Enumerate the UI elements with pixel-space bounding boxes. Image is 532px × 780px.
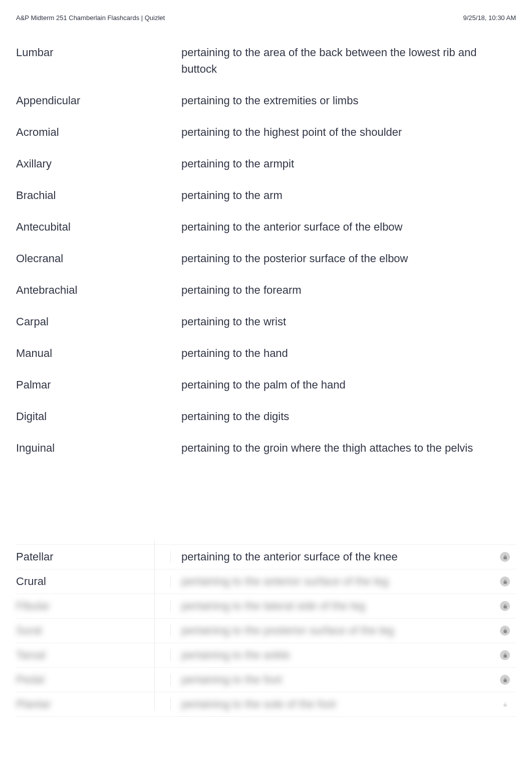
locked-flashcard-row[interactable]: Tarsal pertaining to the ankle xyxy=(16,643,516,668)
flashcard-row: Acromial pertaining to the highest point… xyxy=(16,116,516,148)
lock-icon[interactable] xyxy=(500,675,510,685)
divider xyxy=(170,551,171,563)
flashcard-definition: pertaining to the hand xyxy=(181,345,516,361)
flashcard-definition: pertaining to the arm xyxy=(181,187,516,204)
flashcard-term-blurred: Tarsal xyxy=(16,649,181,662)
flashcard-term: Antebrachial xyxy=(16,282,181,298)
flashcard-term: Crural xyxy=(16,575,181,588)
flashcard-definition: pertaining to the armpit xyxy=(181,155,516,172)
flashcard-term: Carpal xyxy=(16,313,181,330)
flashcard-definition-blurred: pertaining to the ankle xyxy=(181,649,516,662)
flashcard-definition-blurred: pertaining to the posterior surface of t… xyxy=(181,624,516,637)
locked-flashcard-row[interactable]: Sural pertaining to the posterior surfac… xyxy=(16,619,516,643)
flashcard-row: Carpal pertaining to the wrist xyxy=(16,306,516,337)
flashcard-term: Lumbar xyxy=(16,44,181,61)
locked-flashcard-row[interactable]: Crural pertaining to the anterior surfac… xyxy=(16,569,516,594)
page-title: A&P Midterm 251 Chamberlain Flashcards |… xyxy=(16,14,165,22)
flashcard-term-blurred: Pedal xyxy=(16,673,181,686)
flashcard-row: Axillary pertaining to the armpit xyxy=(16,148,516,179)
page-timestamp: 9/25/18, 10:30 AM xyxy=(463,14,516,22)
flashcard-row: Olecranal pertaining to the posterior su… xyxy=(16,243,516,274)
flashcard-term: Manual xyxy=(16,345,181,361)
flashcard-definition-blurred: pertaining to the foot xyxy=(181,673,516,686)
flashcard-row: Inguinal pertaining to the groin where t… xyxy=(16,432,516,464)
lock-icon[interactable] xyxy=(500,626,510,636)
flashcard-term: Patellar xyxy=(16,550,181,563)
flashcard-row: Antecubital pertaining to the anterior s… xyxy=(16,211,516,243)
locked-row-partial xyxy=(16,534,516,545)
flashcard-definition: pertaining to the anterior surface of th… xyxy=(181,550,516,563)
flashcard-term: Axillary xyxy=(16,155,181,172)
flashcard-definition: pertaining to the highest point of the s… xyxy=(181,124,516,140)
flashcard-definition: pertaining to the forearm xyxy=(181,282,516,298)
flashcard-definition-blurred: pertaining to the lateral side of the le… xyxy=(181,600,516,613)
section-gap xyxy=(0,464,532,534)
flashcard-row: Appendicular pertaining to the extremiti… xyxy=(16,85,516,116)
page-header: A&P Midterm 251 Chamberlain Flashcards |… xyxy=(0,0,532,22)
flashcard-term: Digital xyxy=(16,408,181,425)
flashcard-row: Manual pertaining to the hand xyxy=(16,337,516,369)
flashcard-term: Palmar xyxy=(16,376,181,393)
divider xyxy=(154,540,155,545)
locked-flashcard-row[interactable]: Fibular pertaining to the lateral side o… xyxy=(16,594,516,619)
lock-icon[interactable] xyxy=(500,552,510,562)
flashcard-term: Olecranal xyxy=(16,250,181,267)
locked-flashcard-row[interactable]: Pedal pertaining to the foot xyxy=(16,668,516,692)
flashcard-term: Acromial xyxy=(16,124,181,140)
flashcard-term: Appendicular xyxy=(16,92,181,109)
lock-icon[interactable] xyxy=(500,576,510,587)
flashcard-term-blurred: Plantar xyxy=(16,698,181,711)
lock-icon[interactable] xyxy=(500,699,510,709)
flashcard-term-blurred: Fibular xyxy=(16,600,181,613)
flashcard-row: Digital pertaining to the digits xyxy=(16,401,516,432)
flashcard-list: Lumbar pertaining to the area of the bac… xyxy=(0,22,532,464)
flashcard-definition: pertaining to the extremities or limbs xyxy=(181,92,516,109)
flashcard-definition-blurred: pertaining to the anterior surface of th… xyxy=(181,575,516,588)
flashcard-row: Lumbar pertaining to the area of the bac… xyxy=(16,37,516,85)
flashcard-row: Palmar pertaining to the palm of the han… xyxy=(16,369,516,401)
flashcard-definition: pertaining to the wrist xyxy=(181,313,516,330)
flashcard-term: Brachial xyxy=(16,187,181,204)
flashcard-definition: pertaining to the posterior surface of t… xyxy=(181,250,516,267)
lock-icon[interactable] xyxy=(500,601,510,611)
flashcard-definition: pertaining to the digits xyxy=(181,408,516,425)
flashcard-definition: pertaining to the groin where the thigh … xyxy=(181,440,516,456)
locked-flashcard-row[interactable]: Plantar pertaining to the sole of the fo… xyxy=(16,692,516,717)
flashcard-term: Inguinal xyxy=(16,440,181,456)
divider xyxy=(170,575,171,588)
flashcard-row: Brachial pertaining to the arm xyxy=(16,179,516,211)
flashcard-term: Antecubital xyxy=(16,219,181,235)
locked-flashcards-section: Patellar pertaining to the anterior surf… xyxy=(0,534,532,717)
lock-icon[interactable] xyxy=(500,650,510,660)
flashcard-definition: pertaining to the anterior surface of th… xyxy=(181,219,516,235)
flashcard-definition-blurred: pertaining to the sole of the foot xyxy=(181,698,516,711)
flashcard-definition: pertaining to the area of the back betwe… xyxy=(181,44,516,77)
flashcard-term-blurred: Sural xyxy=(16,624,181,637)
flashcard-row: Antebrachial pertaining to the forearm xyxy=(16,274,516,306)
flashcard-definition: pertaining to the palm of the hand xyxy=(181,376,516,393)
locked-flashcard-row[interactable]: Patellar pertaining to the anterior surf… xyxy=(16,545,516,569)
